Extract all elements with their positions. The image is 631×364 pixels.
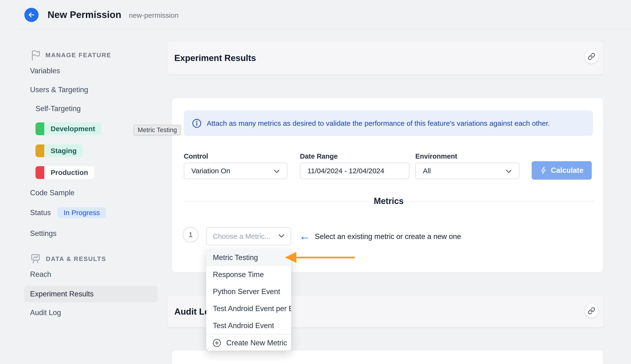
sidebar-item-settings[interactable]: Settings — [30, 228, 57, 239]
page: New Permission new-permission MANAGE FEA… — [0, 0, 631, 364]
audit-log-card — [172, 350, 603, 364]
experiment-results-header: Experiment Results — [168, 42, 603, 74]
back-arrow-icon — [28, 11, 36, 19]
section-title: Experiment Results — [174, 53, 256, 63]
sidebar-item-status: Status In Progress — [30, 208, 106, 218]
orange-annotation-arrow — [285, 252, 355, 263]
sidebar-section-manage-feature: MANAGE FEATURE — [30, 50, 111, 60]
choose-metric-select[interactable]: Choose a Metric... — [206, 227, 291, 245]
plus-circle-icon — [213, 339, 221, 347]
chevron-down-icon — [274, 167, 280, 175]
status-badge: In Progress — [58, 207, 106, 218]
sidebar-item-code-sample[interactable]: Code Sample — [30, 188, 75, 198]
blue-left-arrow: ← — [299, 230, 311, 242]
status-label: Status — [30, 208, 51, 217]
top-bar: New Permission new-permission — [0, 0, 631, 30]
lightning-icon — [540, 166, 547, 174]
copy-link-button-audit[interactable] — [585, 304, 598, 318]
calculate-button[interactable]: Calculate — [532, 161, 592, 180]
sidebar-env-production[interactable]: Production — [36, 166, 94, 179]
env-color-bar — [36, 166, 44, 179]
create-new-metric-label: Create New Metric — [226, 339, 287, 347]
cursor-tooltip: Metric Testing — [134, 125, 181, 135]
sidebar-item-experiment-results[interactable]: Experiment Results — [24, 286, 158, 302]
sidebar-section-data-results: DATA & RESULTS — [30, 254, 106, 264]
environment-label: Environment — [415, 152, 457, 160]
metrics-card: Attach as many metrics as desired to val… — [172, 98, 603, 272]
menu-item-python-server-event[interactable]: Python Server Event — [206, 283, 291, 300]
menu-item-metric-testing[interactable]: Metric Testing — [206, 249, 291, 266]
info-icon — [192, 119, 202, 128]
copy-link-button[interactable] — [585, 50, 598, 63]
chevron-down-icon — [506, 167, 512, 175]
link-icon — [588, 53, 595, 60]
sidebar-item-audit-log[interactable]: Audit Log — [30, 308, 61, 318]
date-range-label: Date Range — [300, 152, 338, 160]
sidebar-section-label: DATA & RESULTS — [46, 255, 106, 262]
date-range-input[interactable]: 11/04/2024 - 12/04/2024 — [300, 162, 409, 179]
menu-item-test-android-event-per-event[interactable]: Test Android Event per Ev — [206, 300, 291, 317]
info-banner: Attach as many metrics as desired to val… — [184, 110, 593, 136]
metric-hint-text: Select an existing metric or create a ne… — [315, 232, 461, 241]
metrics-heading: Metrics — [374, 196, 403, 206]
create-new-metric-button[interactable]: Create New Metric — [206, 335, 291, 350]
control-label: Control — [184, 152, 208, 160]
flag-icon — [30, 50, 40, 60]
sidebar-env-staging[interactable]: Staging — [36, 144, 83, 157]
sidebar-item-users-targeting[interactable]: Users & Targeting — [30, 84, 88, 95]
sidebar-item-reach[interactable]: Reach — [30, 269, 51, 280]
orange-arrow-head — [285, 252, 296, 263]
control-select[interactable]: Variation On — [184, 162, 287, 179]
topbar-divider — [20, 29, 631, 30]
environment-select[interactable]: All — [415, 162, 519, 179]
sidebar-env-development[interactable]: Development — [36, 122, 102, 135]
env-label: Development — [44, 122, 102, 135]
env-color-bar — [36, 122, 44, 135]
sidebar-section-label: MANAGE FEATURE — [46, 52, 111, 59]
chart-board-icon — [30, 254, 41, 264]
metric-dropdown-menu: Metric Testing Response Time Python Serv… — [206, 249, 291, 350]
page-subtitle: new-permission — [129, 11, 179, 20]
env-label: Production — [44, 166, 94, 179]
metric-step-number: 1 — [183, 227, 198, 242]
menu-item-test-android-event[interactable]: Test Android Event — [206, 317, 291, 334]
info-banner-text: Attach as many metrics as desired to val… — [207, 119, 550, 128]
choose-metric-placeholder: Choose a Metric... — [213, 232, 270, 240]
back-button[interactable] — [24, 8, 39, 22]
orange-arrow-line — [296, 257, 355, 258]
environment-value: All — [423, 167, 431, 175]
metrics-divider: Metrics — [184, 197, 594, 206]
chevron-down-icon — [278, 234, 285, 239]
env-label: Staging — [44, 144, 83, 157]
date-range-value: 11/04/2024 - 12/04/2024 — [307, 167, 384, 175]
control-value: Variation On — [191, 167, 230, 175]
sidebar-item-variables[interactable]: Variables — [30, 66, 60, 76]
page-title: New Permission — [48, 10, 121, 20]
calculate-label: Calculate — [551, 166, 583, 175]
link-icon — [588, 307, 595, 314]
sidebar-item-self-targeting[interactable]: Self-Targeting — [36, 104, 81, 114]
divider-line — [409, 201, 594, 202]
menu-item-response-time[interactable]: Response Time — [206, 266, 291, 283]
env-color-bar — [36, 144, 44, 157]
divider-line — [184, 201, 368, 202]
